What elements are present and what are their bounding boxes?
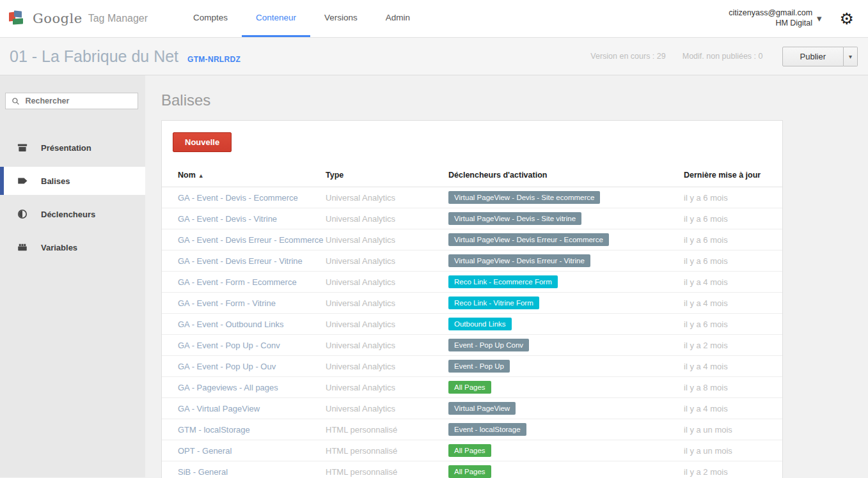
publish-dropdown-caret-icon[interactable]: ▾ [844, 47, 858, 66]
trigger-badge[interactable]: Virtual PageView [448, 402, 516, 415]
tag-name-link[interactable]: GA - Event - Pop Up - Conv [178, 341, 280, 350]
last-updated: il y a 6 mois [684, 208, 782, 229]
tag-name-link[interactable]: GA - Event - Devis - Vitrine [178, 214, 277, 224]
nav-item-versions[interactable]: Versions [310, 0, 372, 37]
new-tag-button[interactable]: Nouvelle [173, 132, 232, 152]
tag-name-link[interactable]: SiB - General [178, 467, 228, 477]
table-row: GA - Event - Form - EcommerceUniversal A… [162, 272, 782, 293]
tag-type: HTML personnalisé [326, 419, 448, 440]
trigger-badge[interactable]: All Pages [448, 465, 491, 478]
table-row: GA - Pageviews - All pagesUniversal Anal… [162, 377, 782, 398]
table-row: GA - Event - Form - VitrineUniversal Ana… [162, 293, 782, 314]
tag-type: Universal Analytics [326, 187, 448, 208]
nav-item-admin[interactable]: Admin [372, 0, 424, 37]
last-updated: il y a un mois [684, 440, 782, 461]
container-title: 01 - La Fabrique du Net [10, 47, 178, 66]
trigger-badge[interactable]: Event - Pop Up Conv [448, 339, 529, 351]
last-updated: il y a 2 mois [684, 335, 782, 356]
sidebar-item-prsentation[interactable]: Présentation [0, 134, 145, 162]
page-title: Balises [161, 91, 868, 109]
nav-item-comptes[interactable]: Comptes [179, 0, 242, 37]
gear-icon[interactable]: ⚙ [840, 10, 854, 28]
main-nav: ComptesConteneurVersionsAdmin [179, 0, 424, 37]
trigger-badge[interactable]: Outbound Links [448, 318, 512, 330]
column-header-derniere-maj[interactable]: Dernière mise à jour [684, 171, 782, 187]
last-updated: il y a 4 mois [684, 356, 782, 377]
column-header-declencheurs[interactable]: Déclencheurs d'activation [448, 171, 684, 187]
column-header-type[interactable]: Type [326, 171, 448, 187]
table-row: GA - Event - Pop Up - ConvUniversal Anal… [162, 335, 782, 356]
trigger-badge[interactable]: Reco Link - Vitrine Form [448, 297, 539, 309]
sidebar-item-label: Présentation [41, 143, 91, 153]
current-version-label: Version en cours : 29 [590, 52, 665, 61]
publish-button-group: Publier ▾ [782, 47, 858, 66]
table-header-row: Nom▲ Type Déclencheurs d'activation Dern… [162, 171, 782, 187]
last-updated: il y a 6 mois [684, 251, 782, 272]
last-updated: il y a 6 mois [684, 314, 782, 335]
table-row: GA - Event - Pop Up - OuvUniversal Analy… [162, 356, 782, 377]
trigger-badge[interactable]: Virtual PageView - Devis Erreur - Ecomme… [448, 233, 609, 246]
last-updated: il y a 4 mois [684, 398, 782, 419]
tag-type: Universal Analytics [326, 229, 448, 251]
trigger-badge[interactable]: Virtual PageView - Devis - Site vitrine [448, 212, 581, 225]
sidebar-item-label: Déclencheurs [41, 210, 95, 219]
tag-name-link[interactable]: GA - Event - Outbound Links [178, 320, 283, 329]
account-org: HM Digital [729, 19, 812, 29]
table-row: GTM - localStorageHTML personnaliséEvent… [162, 419, 782, 440]
nav-item-conteneur[interactable]: Conteneur [242, 0, 310, 37]
trigger-badge[interactable]: Event - Pop Up [448, 360, 510, 373]
trigger-badge[interactable]: All Pages [448, 444, 491, 457]
main-content: Balises Nouvelle Nom▲ Type Déclencheurs … [145, 75, 868, 477]
tag-name-link[interactable]: GA - Event - Form - Vitrine [178, 298, 276, 308]
tag-triggers: All Pages [448, 440, 684, 461]
tag-name-link[interactable]: GA - Event - Form - Ecommerce [178, 277, 297, 287]
tag-triggers: Virtual PageView - Devis Erreur - Vitrin… [448, 251, 684, 272]
tag-name-link[interactable]: GA - Event - Pop Up - Ouv [178, 362, 276, 371]
tag-type: HTML personnalisé [326, 440, 448, 461]
last-updated: il y a 4 mois [684, 272, 782, 293]
trigger-badge[interactable]: Virtual PageView - Devis - Site ecommerc… [448, 191, 600, 204]
tag-name-link[interactable]: GA - Event - Devis Erreur - Vitrine [178, 256, 303, 266]
tag-name-link[interactable]: GA - Event - Devis Erreur - Ecommerce [178, 235, 324, 245]
sidebar: PrésentationBalisesDéclencheursVariables [0, 75, 145, 477]
tag-triggers: Reco Link - Ecommerce Form [448, 272, 684, 293]
google-brand: Google [33, 11, 83, 26]
tag-type: Universal Analytics [326, 377, 448, 398]
tag-triggers: Virtual PageView [448, 398, 684, 419]
tag-name-link[interactable]: GA - Virtual PageView [178, 404, 260, 413]
last-updated: il y a 6 mois [684, 187, 782, 208]
tag-name-link[interactable]: GTM - localStorage [178, 425, 250, 435]
publish-button[interactable]: Publier [782, 47, 844, 66]
tag-triggers: Virtual PageView - Devis - Site ecommerc… [448, 187, 684, 208]
product-name: Tag Manager [88, 13, 148, 24]
tag-name-link[interactable]: GA - Pageviews - All pages [178, 383, 278, 392]
table-row: GA - Event - Devis Erreur - EcommerceUni… [162, 229, 782, 251]
table-row: SiB - GeneralHTML personnaliséAll Pagesi… [162, 461, 782, 478]
top-bar: Google Tag Manager ComptesConteneurVersi… [0, 0, 868, 38]
tag-triggers: Event - Pop Up Conv [448, 335, 684, 356]
account-menu[interactable]: citizenyass@gmail.com HM Digital ▾ [729, 8, 821, 28]
sidebar-search[interactable] [5, 93, 138, 109]
container-id: GTM-NRLRDZ [187, 55, 241, 64]
unpublished-changes-label: Modif. non publiées : 0 [683, 52, 763, 61]
sidebar-item-label: Variables [41, 243, 77, 252]
last-updated: il y a 6 mois [684, 229, 782, 251]
column-header-nom[interactable]: Nom▲ [162, 171, 326, 187]
sidebar-item-balises[interactable]: Balises [0, 167, 145, 195]
trigger-badge[interactable]: Virtual PageView - Devis Erreur - Vitrin… [448, 254, 590, 267]
tag-triggers: All Pages [448, 461, 684, 478]
tag-name-link[interactable]: GA - Event - Devis - Ecommerce [178, 193, 298, 203]
sidebar-item-dclencheurs[interactable]: Déclencheurs [0, 200, 145, 228]
tags-card: Nouvelle Nom▲ Type Déclencheurs d'activa… [161, 120, 783, 478]
trigger-badge[interactable]: All Pages [448, 381, 491, 394]
tag-type: Universal Analytics [326, 398, 448, 419]
tag-name-link[interactable]: OPT - General [178, 446, 232, 456]
trigger-badge[interactable]: Event - localStorage [448, 423, 526, 436]
account-email: citizenyass@gmail.com [729, 8, 812, 19]
sidebar-item-variables[interactable]: Variables [0, 233, 145, 261]
trigger-badge[interactable]: Reco Link - Ecommerce Form [448, 275, 558, 288]
last-updated: il y a 2 mois [684, 461, 782, 478]
tags-table: Nom▲ Type Déclencheurs d'activation Dern… [162, 171, 782, 478]
container-bar: 01 - La Fabrique du Net GTM-NRLRDZ Versi… [0, 38, 868, 75]
search-input[interactable] [26, 96, 133, 105]
